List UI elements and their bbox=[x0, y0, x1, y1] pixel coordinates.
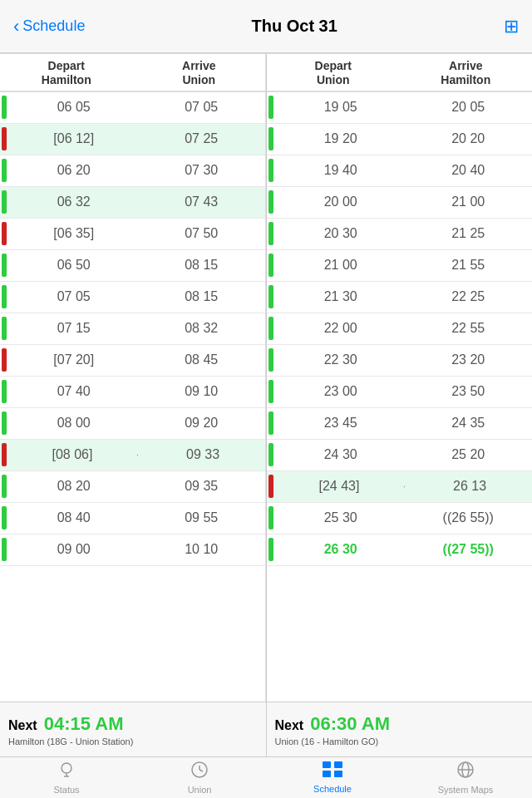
system-maps-tab-icon bbox=[456, 761, 475, 783]
depart-cell: [06 12] bbox=[10, 131, 138, 146]
arrive-cell: 08 15 bbox=[138, 289, 266, 304]
arrive-cell: 09 20 bbox=[138, 416, 266, 431]
row-indicator bbox=[2, 127, 7, 150]
union-tab-icon bbox=[190, 761, 209, 783]
table-row: 06 0507 05 bbox=[0, 92, 265, 124]
row-indicator bbox=[2, 190, 7, 214]
table-row: 19 0520 05 bbox=[267, 92, 532, 124]
schedule-tab-label: Schedule bbox=[313, 784, 352, 794]
row-indicator bbox=[268, 443, 273, 466]
table-row: 23 4524 35 bbox=[267, 408, 532, 440]
table-row: 21 3022 25 bbox=[267, 282, 532, 313]
depart-cell: 23 45 bbox=[277, 416, 405, 431]
depart-cell: 21 00 bbox=[277, 258, 405, 273]
table-row: 06 5008 15 bbox=[0, 250, 265, 282]
table-row: [24 43]·26 13 bbox=[267, 471, 532, 503]
left-next-panel: Next 04:15 AM Hamilton (18G - Union Stat… bbox=[0, 702, 267, 756]
arrive-cell: 23 50 bbox=[405, 384, 533, 399]
table-row: 20 3021 25 bbox=[267, 219, 532, 250]
row-indicator bbox=[268, 506, 273, 530]
arrive-cell: 10 10 bbox=[138, 542, 266, 557]
depart-cell: 25 30 bbox=[277, 510, 405, 525]
svg-rect-9 bbox=[334, 771, 342, 777]
table-row: 06 2007 30 bbox=[0, 155, 265, 187]
row-indicator bbox=[2, 285, 7, 308]
right-next-panel: Next 06:30 AM Union (16 - Hamilton GO) bbox=[267, 702, 533, 756]
table-row: 20 0021 00 bbox=[267, 187, 532, 219]
row-indicator bbox=[268, 317, 273, 340]
depart-cell: 08 40 bbox=[10, 510, 138, 525]
list-icon[interactable]: ⊞ bbox=[504, 16, 519, 37]
row-indicator bbox=[2, 538, 7, 561]
arrive-cell: 21 25 bbox=[405, 226, 533, 241]
left-col1-header: Depart Hamilton bbox=[0, 59, 133, 87]
table-row: 08 4009 55 bbox=[0, 503, 265, 534]
row-indicator bbox=[2, 159, 7, 182]
row-indicator bbox=[268, 348, 273, 372]
row-indicator bbox=[268, 190, 273, 214]
depart-cell: 06 05 bbox=[10, 100, 138, 115]
arrive-cell: 08 15 bbox=[138, 258, 266, 273]
depart-cell: 20 30 bbox=[277, 226, 405, 241]
row-indicator bbox=[268, 538, 273, 561]
table-row: 24 3025 20 bbox=[267, 440, 532, 471]
left-next-time: 04:15 AM bbox=[44, 713, 124, 735]
row-indicator bbox=[2, 443, 7, 466]
table-row: [06 35]07 50 bbox=[0, 219, 265, 250]
row-indicator bbox=[2, 254, 7, 277]
left-next-sub: Hamilton (18G - Union Station) bbox=[8, 736, 258, 746]
dot-separator: · bbox=[403, 480, 406, 492]
table-row: [08 06]·09 33 bbox=[0, 440, 265, 471]
next-bar: Next 04:15 AM Hamilton (18G - Union Stat… bbox=[0, 702, 532, 756]
depart-cell: [24 43] bbox=[277, 479, 401, 494]
arrive-cell: 07 50 bbox=[138, 226, 266, 241]
row-indicator bbox=[268, 380, 273, 403]
system-maps-tab-label: System Maps bbox=[438, 785, 494, 795]
table-row: 21 0021 55 bbox=[267, 250, 532, 282]
tab-item-status[interactable]: Status bbox=[0, 757, 133, 798]
arrive-cell: 21 55 bbox=[405, 258, 533, 273]
right-rows-area: 19 0520 0519 2020 2019 4020 4020 0021 00… bbox=[267, 92, 532, 702]
table-row: 22 3023 20 bbox=[267, 345, 532, 377]
depart-cell: [08 06] bbox=[10, 447, 135, 462]
tab-item-union[interactable]: Union bbox=[133, 757, 266, 798]
arrive-cell: 20 40 bbox=[405, 163, 533, 178]
right-next-label: Next bbox=[275, 718, 304, 733]
svg-line-5 bbox=[200, 770, 203, 771]
arrive-cell: 20 20 bbox=[405, 131, 533, 146]
tab-bar: Status Union Schedule System Maps bbox=[0, 756, 532, 798]
table-row: 06 3207 43 bbox=[0, 187, 265, 219]
arrive-cell: ((27 55)) bbox=[405, 542, 533, 557]
depart-cell: 07 15 bbox=[10, 321, 138, 336]
arrive-cell: 24 35 bbox=[405, 416, 533, 431]
depart-cell: 06 50 bbox=[10, 258, 138, 273]
depart-cell: 22 00 bbox=[277, 321, 405, 336]
svg-point-0 bbox=[62, 763, 71, 773]
row-indicator bbox=[2, 222, 7, 245]
depart-cell: 07 05 bbox=[10, 289, 138, 304]
back-button[interactable]: ‹ Schedule bbox=[13, 16, 85, 37]
depart-cell: [07 20] bbox=[10, 352, 138, 367]
depart-cell: [06 35] bbox=[10, 226, 138, 241]
tab-item-system-maps[interactable]: System Maps bbox=[399, 757, 532, 798]
left-col2-header: Arrive Union bbox=[133, 59, 266, 87]
dot-separator: · bbox=[136, 449, 139, 461]
arrive-cell: 09 33 bbox=[140, 447, 265, 462]
arrive-cell: 21 00 bbox=[405, 195, 533, 209]
depart-cell: 19 05 bbox=[277, 100, 405, 115]
status-tab-icon bbox=[57, 761, 76, 783]
table-row: 25 30((26 55)) bbox=[267, 503, 532, 534]
row-indicator bbox=[268, 159, 273, 182]
arrive-cell: 22 25 bbox=[405, 289, 533, 304]
right-panel-header: Depart Union Arrive Hamilton bbox=[267, 54, 532, 92]
right-next-sub: Union (16 - Hamilton GO) bbox=[275, 736, 525, 746]
arrive-cell: 23 20 bbox=[405, 352, 533, 367]
arrive-cell: 09 35 bbox=[138, 479, 266, 494]
depart-cell: 07 40 bbox=[10, 384, 138, 399]
table-row: 22 0022 55 bbox=[267, 313, 532, 345]
arrive-cell: 08 45 bbox=[138, 352, 266, 367]
depart-cell: 23 00 bbox=[277, 384, 405, 399]
arrive-cell: 25 20 bbox=[405, 447, 533, 462]
tab-item-schedule[interactable]: Schedule bbox=[266, 757, 399, 798]
row-indicator bbox=[268, 96, 273, 119]
